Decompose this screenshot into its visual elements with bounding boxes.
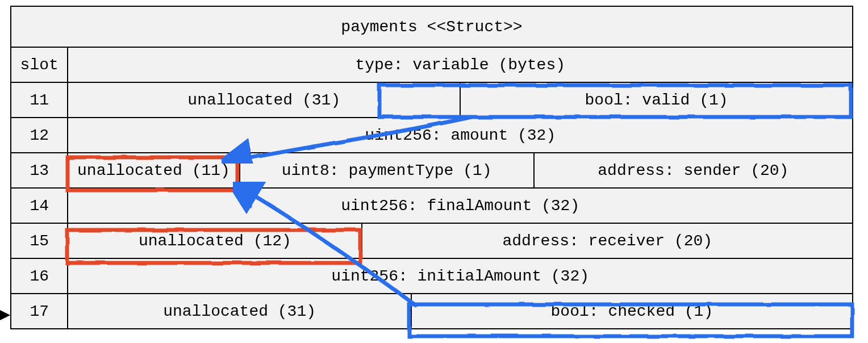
slot15-receiver: address: receiver (20) — [362, 223, 853, 258]
diagram-root: payments <<Struct>> slot type: variable … — [0, 0, 868, 343]
slot-number: 13 — [11, 153, 68, 188]
row-17: 17 unallocated (31) bool: checked (1) — [11, 294, 853, 329]
slot-number: 11 — [11, 82, 68, 118]
slot-number: 17 — [11, 294, 68, 329]
slot13-sender: address: sender (20) — [534, 153, 853, 188]
row-14: 14 uint256: finalAmount (32) — [11, 188, 853, 223]
header-slot: slot — [11, 47, 68, 82]
table-title: payments <<Struct>> — [11, 6, 853, 47]
slot13-payment-type: uint8: paymentType (1) — [240, 153, 534, 188]
slot-number: 14 — [11, 188, 68, 223]
slot14-final-amount: uint256: finalAmount (32) — [68, 188, 853, 223]
header-type: type: variable (bytes) — [68, 47, 853, 82]
slot-number: 12 — [11, 118, 68, 153]
row-13: 13 unallocated (11) uint8: paymentType (… — [11, 153, 853, 188]
slot12-amount: uint256: amount (32) — [68, 118, 853, 153]
slot-number: 15 — [11, 223, 68, 258]
slot-number: 16 — [11, 258, 68, 294]
left-arrowhead-icon — [0, 309, 10, 321]
slot11-bool-valid: bool: valid (1) — [460, 82, 853, 118]
row-11: 11 unallocated (31) bool: valid (1) — [11, 82, 853, 118]
slot17-unallocated: unallocated (31) — [68, 294, 411, 329]
struct-table: payments <<Struct>> slot type: variable … — [10, 6, 853, 329]
slot15-unallocated: unallocated (12) — [68, 223, 362, 258]
slot17-bool-checked: bool: checked (1) — [411, 294, 853, 329]
row-12: 12 uint256: amount (32) — [11, 118, 853, 153]
slot13-unallocated: unallocated (11) — [68, 153, 239, 188]
row-15: 15 unallocated (12) address: receiver (2… — [11, 223, 853, 258]
slot16-initial-amount: uint256: initialAmount (32) — [68, 258, 853, 294]
row-16: 16 uint256: initialAmount (32) — [11, 258, 853, 294]
slot11-unallocated: unallocated (31) — [68, 82, 460, 118]
